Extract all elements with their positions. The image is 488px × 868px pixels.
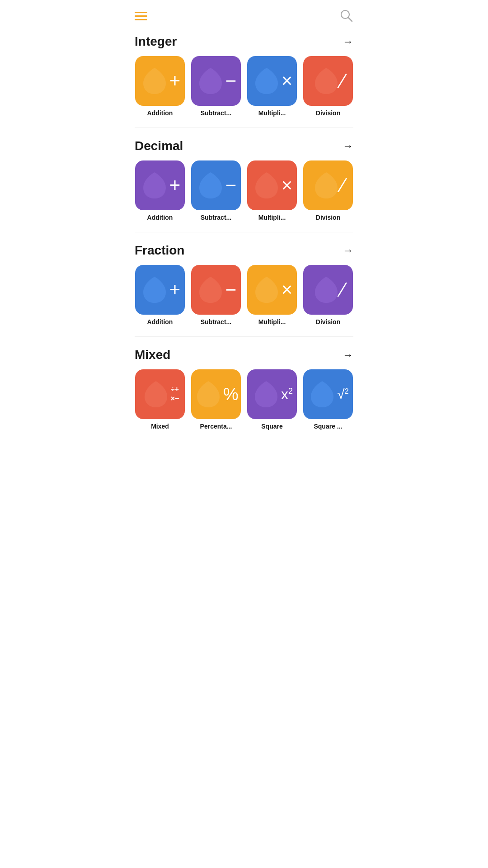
item-integer-division[interactable]: ⁄ Division (303, 56, 353, 117)
item-fraction-division[interactable]: ⁄ Division (303, 265, 353, 326)
section-header-decimal: Decimal → (135, 139, 353, 153)
mixed-symbol: ÷+×− (171, 385, 179, 404)
item-icon-decimal-subtraction: − (191, 160, 241, 210)
items-grid-fraction: + Addition − Subtract... × (135, 265, 353, 326)
item-icon-fraction-division: ⁄ (303, 265, 353, 315)
item-fraction-addition[interactable]: + Addition (135, 265, 185, 326)
header-left (135, 12, 155, 20)
section-arrow-integer[interactable]: → (343, 35, 353, 48)
items-grid-integer: + Addition − Subtract... × (135, 56, 353, 117)
section-title-integer: Integer (135, 34, 177, 49)
slash-shield (311, 66, 341, 96)
percent-shield (193, 379, 223, 409)
header (122, 0, 366, 27)
squareroot-symbol: √2 (337, 387, 348, 401)
section-header-integer: Integer → (135, 34, 353, 49)
item-icon-decimal-multiplication: × (247, 160, 297, 210)
section-mixed: Mixed → ÷+×− Mixed % (122, 340, 366, 430)
item-fraction-multiplication[interactable]: × Multipli... (247, 265, 297, 326)
slash-shield (311, 275, 341, 305)
item-label-mixed-percentage: Percenta... (200, 423, 232, 430)
item-label-decimal-subtraction: Subtract... (201, 214, 231, 221)
item-icon-mixed-squareroot: √2 (303, 369, 353, 419)
section-arrow-decimal[interactable]: → (343, 140, 353, 152)
item-mixed-mixed[interactable]: ÷+×− Mixed (135, 369, 185, 430)
item-label-fraction-division: Division (316, 318, 340, 326)
hamburger-menu[interactable] (135, 12, 147, 20)
section-header-fraction: Fraction → (135, 243, 353, 258)
square-symbol: x2 (281, 387, 293, 401)
item-decimal-division[interactable]: ⁄ Division (303, 160, 353, 221)
squareroot-shield (307, 379, 337, 409)
section-fraction: Fraction → + Addition − Subtract. (122, 236, 366, 326)
item-integer-addition[interactable]: + Addition (135, 56, 185, 117)
times-shield (252, 66, 282, 96)
item-icon-integer-subtraction: − (191, 56, 241, 106)
item-label-integer-division: Division (316, 109, 340, 117)
item-decimal-multiplication[interactable]: × Multipli... (247, 160, 297, 221)
item-decimal-subtraction[interactable]: − Subtract... (191, 160, 241, 221)
item-icon-integer-division: ⁄ (303, 56, 353, 106)
svg-line-1 (348, 18, 352, 21)
item-decimal-addition[interactable]: + Addition (135, 160, 185, 221)
section-header-mixed: Mixed → (135, 348, 353, 362)
item-label-fraction-addition: Addition (147, 318, 173, 326)
section-decimal: Decimal → + Addition − Subtract.. (122, 132, 366, 221)
item-integer-multiplication[interactable]: × Multipli... (247, 56, 297, 117)
minus-symbol: − (225, 176, 237, 195)
item-icon-mixed-percentage: % (191, 369, 241, 419)
section-integer: Integer → + Addition − Subtract.. (122, 27, 366, 117)
section-arrow-fraction[interactable]: → (343, 244, 353, 257)
percent-symbol: % (223, 386, 239, 403)
item-label-integer-subtraction: Subtract... (201, 109, 231, 117)
times-shield (252, 170, 282, 200)
item-label-mixed-squareroot: Square ... (314, 423, 342, 430)
minus-symbol: − (225, 71, 237, 90)
item-icon-mixed-square: x2 (247, 369, 297, 419)
section-title-fraction: Fraction (135, 243, 184, 258)
times-symbol: × (282, 71, 293, 90)
minus-shield (196, 66, 225, 96)
plus-shield (140, 66, 169, 96)
item-label-mixed-mixed: Mixed (151, 423, 169, 430)
item-icon-fraction-multiplication: × (247, 265, 297, 315)
item-label-mixed-square: Square (261, 423, 282, 430)
items-grid-mixed: ÷+×− Mixed % Percenta... (135, 369, 353, 430)
item-icon-decimal-addition: + (135, 160, 185, 210)
section-title-mixed: Mixed (135, 348, 170, 362)
section-title-decimal: Decimal (135, 139, 183, 153)
item-label-integer-multiplication: Multipli... (258, 109, 286, 117)
item-mixed-squareroot[interactable]: √2 Square ... (303, 369, 353, 430)
section-divider (135, 127, 353, 128)
item-icon-integer-multiplication: × (247, 56, 297, 106)
slash-shield (311, 170, 341, 200)
item-mixed-percentage[interactable]: % Percenta... (191, 369, 241, 430)
plus-symbol: + (169, 280, 181, 299)
mixed-icon (141, 379, 171, 409)
minus-shield (196, 170, 225, 200)
slash-symbol: ⁄ (341, 71, 344, 91)
item-integer-subtraction[interactable]: − Subtract... (191, 56, 241, 117)
item-fraction-subtraction[interactable]: − Subtract... (191, 265, 241, 326)
item-mixed-square[interactable]: x2 Square (247, 369, 297, 430)
item-icon-decimal-division: ⁄ (303, 160, 353, 210)
item-label-fraction-multiplication: Multipli... (258, 318, 286, 326)
item-icon-integer-addition: + (135, 56, 185, 106)
slash-symbol: ⁄ (341, 280, 344, 300)
item-label-fraction-subtraction: Subtract... (201, 318, 231, 326)
times-symbol: × (282, 176, 293, 195)
section-divider (135, 336, 353, 337)
item-label-integer-addition: Addition (147, 109, 173, 117)
item-label-decimal-multiplication: Multipli... (258, 214, 286, 221)
find-missing-button[interactable] (336, 9, 353, 23)
section-arrow-mixed[interactable]: → (343, 349, 353, 361)
slash-symbol: ⁄ (341, 175, 344, 195)
times-shield (252, 275, 282, 305)
item-icon-fraction-subtraction: − (191, 265, 241, 315)
square-shield (251, 379, 281, 409)
item-icon-mixed-mixed: ÷+×− (135, 369, 185, 419)
section-divider (135, 232, 353, 232)
item-label-decimal-addition: Addition (147, 214, 173, 221)
plus-shield (140, 275, 169, 305)
plus-symbol: + (169, 176, 181, 195)
